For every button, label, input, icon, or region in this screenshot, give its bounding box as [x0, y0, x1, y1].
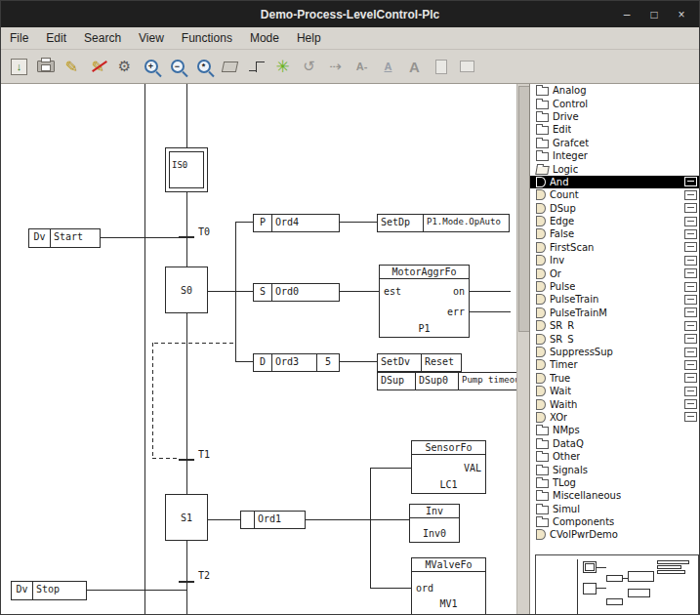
tree-item-signals[interactable]: Signals: [530, 463, 700, 475]
transition-step-icon[interactable]: [243, 54, 269, 80]
condition-start[interactable]: Dv Start: [28, 228, 101, 248]
action-ord4[interactable]: P Ord4: [253, 214, 340, 232]
gate-symbol-icon: [684, 177, 697, 186]
transition-t0-label[interactable]: T0: [198, 226, 210, 237]
tree-item-wait[interactable]: Wait: [530, 385, 700, 397]
step-s1[interactable]: S1: [165, 494, 208, 541]
folder-icon: [536, 506, 549, 514]
tree-item-xor[interactable]: XOr: [530, 411, 700, 424]
tree-item-pulsetrainm[interactable]: PulseTrainM: [530, 307, 700, 319]
condition-stop[interactable]: Dv Stop: [11, 581, 87, 600]
tree-item-grafcet[interactable]: Grafcet: [530, 137, 700, 149]
menu-edit[interactable]: Edit: [37, 28, 75, 48]
action-cell: Ord0: [271, 284, 339, 301]
zoom-out-icon[interactable]: −: [164, 54, 190, 80]
folder-icon: [536, 87, 549, 96]
zoom-custom-icon[interactable]: *: [190, 54, 217, 80]
fb-sensorfo[interactable]: SensorFo VAL LC1: [411, 440, 486, 494]
tree-item-and[interactable]: And: [530, 176, 700, 188]
diagram-canvas[interactable]: IS0 S0 S1 T0 T1 T2 Dv Start Dv Stop P Or…: [1, 84, 516, 615]
tree-item-waith[interactable]: Waith: [530, 397, 700, 410]
run-burst-icon[interactable]: ✳: [269, 54, 296, 80]
tree-item-label: XOr: [550, 412, 567, 423]
fb-mvalvefo[interactable]: MValveFo ord MV1: [411, 557, 486, 615]
save-to-plc-icon-glyph: ↓: [11, 59, 27, 75]
tree-item-control[interactable]: Control: [530, 97, 700, 109]
action-setdp[interactable]: SetDp P1.Mode.OpAuto: [377, 214, 510, 232]
step-initial[interactable]: IS0: [165, 147, 208, 192]
erase-icon[interactable]: [217, 54, 243, 80]
tree-item-false[interactable]: False: [530, 227, 700, 240]
tools-icon[interactable]: ⚙: [111, 54, 138, 80]
edit-pencil-icon-glyph: ✎: [65, 58, 78, 76]
menu-help[interactable]: Help: [288, 28, 330, 48]
action-ord0[interactable]: S Ord0: [253, 283, 340, 302]
print-icon[interactable]: [32, 54, 59, 80]
zoom-in-icon[interactable]: +: [138, 54, 164, 80]
tree-item-label: SuppressSup: [550, 347, 613, 357]
tree-item-edge[interactable]: Edge: [530, 215, 700, 227]
tree-item-pulse[interactable]: Pulse: [530, 280, 700, 293]
tree-item-count[interactable]: Count: [530, 188, 700, 201]
tree-item-edit[interactable]: Edit: [530, 123, 700, 136]
tree-item-logic[interactable]: Logic: [530, 162, 700, 175]
run-burst-icon-glyph: ✳: [275, 57, 289, 77]
function-block-icon: [536, 373, 546, 384]
tree-item-firstscan[interactable]: FirstScan: [530, 241, 700, 254]
qualifier-cell: Dv: [29, 229, 50, 247]
canvas-vscrollbar[interactable]: [516, 84, 529, 615]
tree-item-analog[interactable]: Analog: [530, 84, 700, 97]
tree-item-or[interactable]: Or: [530, 266, 700, 279]
tree-item-integer[interactable]: Integer: [530, 149, 700, 162]
action-ord1[interactable]: Ord1: [240, 511, 306, 529]
tree-item-dsup[interactable]: DSup: [530, 202, 700, 215]
tree-item-label: Analog: [553, 85, 587, 96]
step-s0[interactable]: S0: [165, 266, 208, 313]
minimize-button[interactable]: –: [613, 8, 640, 21]
tree-item-dataq[interactable]: DataQ: [530, 437, 700, 450]
title-bar[interactable]: Demo-Process-LevelControl-Plc – □ ×: [1, 1, 699, 27]
tree-item-pulsetrain[interactable]: PulseTrain: [530, 293, 700, 306]
tree-item-sr_s[interactable]: SR_S: [530, 332, 700, 345]
tree-item-components[interactable]: Components: [530, 515, 700, 528]
menu-file[interactable]: File: [1, 28, 37, 48]
save-to-plc-icon[interactable]: ↓: [6, 54, 32, 80]
tree-item-inv[interactable]: Inv: [530, 254, 700, 266]
tree-item-label: True: [550, 373, 570, 384]
action-dsup[interactable]: DSup DSup0 Pump timeout,: [377, 372, 516, 390]
tree-item-cvolpwrdemo[interactable]: CVolPwrDemo: [530, 528, 700, 541]
fb-motoraggrfo[interactable]: MotorAggrFo est on err P1: [379, 265, 470, 338]
folder-icon: [536, 453, 549, 462]
zoom-in-icon-glyph: +: [144, 60, 158, 73]
tree-item-drive[interactable]: Drive: [530, 110, 700, 123]
initial-step-double-border: [169, 151, 204, 188]
edit-disabled-icon[interactable]: ✎: [85, 54, 111, 80]
transition-t1-label[interactable]: T1: [198, 449, 210, 460]
close-button[interactable]: ×: [668, 8, 695, 21]
menu-search[interactable]: Search: [75, 28, 130, 48]
menu-mode[interactable]: Mode: [241, 28, 288, 48]
tree-item-simul[interactable]: Simul: [530, 503, 700, 515]
gate-symbol-icon: [684, 373, 697, 383]
menu-functions[interactable]: Functions: [173, 28, 241, 48]
tree-item-true[interactable]: True: [530, 372, 700, 385]
tree-item-tlog[interactable]: TLog: [530, 476, 700, 489]
action-ord3[interactable]: D Ord3 5: [253, 353, 340, 372]
menu-view[interactable]: View: [130, 28, 173, 48]
gate-symbol-icon: [684, 190, 697, 200]
action-setdv[interactable]: SetDv Reset: [377, 353, 462, 372]
tree-item-other[interactable]: Other: [530, 450, 700, 463]
transition-t2-label[interactable]: T2: [198, 570, 210, 581]
tree-item-timer[interactable]: Timer: [530, 358, 700, 371]
tree-item-nmps[interactable]: NMps: [530, 424, 700, 436]
edit-pencil-icon[interactable]: ✎: [59, 54, 85, 80]
fb-inv[interactable]: Inv Inv0: [409, 504, 460, 543]
tree-item-suppresssup[interactable]: SuppressSup: [530, 346, 700, 358]
maximize-button[interactable]: □: [640, 8, 668, 21]
tree-item-sr_r[interactable]: SR_R: [530, 319, 700, 332]
tree-item-miscellaneous[interactable]: Miscellaneous: [530, 489, 700, 502]
qualifier-cell: [241, 512, 254, 528]
transition-step-icon-glyph: [249, 62, 264, 71]
tree-item-label: Integer: [553, 150, 588, 161]
overview-panel[interactable]: [529, 551, 700, 615]
